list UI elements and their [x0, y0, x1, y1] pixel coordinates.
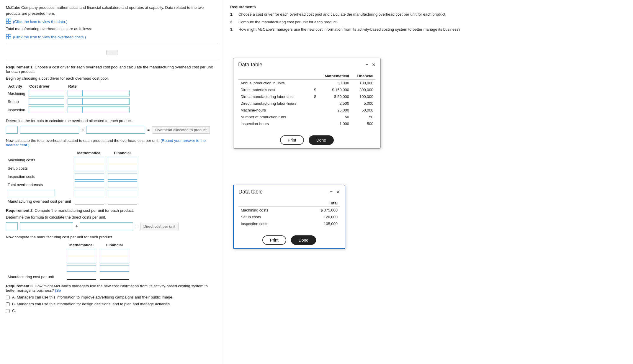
modal1-done-button[interactable]: Done — [309, 135, 334, 145]
setup-costs-fin-input[interactable] — [108, 165, 137, 171]
req1-title: Requirement 1. Choose a cost driver for … — [6, 65, 218, 74]
mfg-per-unit-label: Manufacturing cost per unit — [6, 273, 65, 281]
row-dml-math-val: 50,000 — [337, 94, 349, 99]
modal1-minimize-button[interactable]: − — [366, 62, 368, 67]
mfg-per-unit-math-input[interactable] — [67, 273, 96, 280]
activity-table: Activity Cost driver Rate Machining Set … — [6, 83, 131, 114]
req3-title: Requirement 3. How might McCabe's manage… — [6, 284, 218, 293]
setup-costs-label: Setup costs — [6, 164, 73, 172]
formula-right-input[interactable] — [86, 126, 145, 134]
mfg-row1-fin-input[interactable] — [100, 249, 129, 255]
req3-title-bold: Requirement 3. — [6, 284, 34, 288]
setup-narrow-input[interactable] — [68, 98, 82, 105]
machining-cost-driver-input[interactable] — [29, 90, 64, 96]
inspection-cost-driver-input[interactable] — [29, 106, 64, 113]
req2-formula-operator: ÷ — [76, 224, 78, 229]
grid-icon-overhead — [6, 34, 11, 40]
svg-rect-0 — [6, 19, 8, 21]
option-b-checkbox[interactable] — [6, 302, 10, 306]
inspection-narrow-input[interactable] — [68, 106, 82, 113]
data-link[interactable]: (Click the icon to view the data.) — [6, 19, 218, 25]
total-overhead-label: Total overhead costs — [6, 181, 73, 189]
modal2-done-button[interactable]: Done — [291, 235, 316, 245]
oh-empty-header — [6, 150, 73, 156]
svg-rect-1 — [9, 19, 11, 21]
expand-button[interactable]: ··· — [106, 50, 118, 55]
blank-fin-input[interactable] — [108, 190, 137, 196]
mfg-row3-fin-input[interactable] — [100, 265, 129, 272]
option-b: B. Managers can use this information for… — [6, 302, 218, 306]
option-c: C. — [6, 309, 218, 313]
modal1-body: Mathematical Financial Annual production… — [233, 70, 380, 132]
machining-rate-input[interactable] — [82, 90, 130, 96]
setup-cost-driver-input[interactable] — [29, 98, 64, 105]
modal2-controls: − ✕ — [330, 189, 340, 195]
req-item-1: 1. Choose a cost driver for each overhea… — [230, 12, 627, 17]
req-text-1: Choose a cost driver for each overhead c… — [238, 12, 446, 17]
req1-subtitle: Begin by choosing a cost driver for each… — [6, 76, 218, 81]
m2-setup-label: Setup costs — [238, 214, 308, 220]
data-link-text[interactable]: (Click the icon to view the data.) — [13, 19, 67, 24]
mfg-per-unit-fin-input[interactable] — [100, 273, 129, 280]
inspection-costs-math-input[interactable] — [75, 173, 104, 180]
m2-machining-val: 375,000 — [324, 208, 338, 212]
row-ih-label: Inspection-hours — [238, 120, 312, 127]
formula-equals: = — [148, 128, 150, 132]
modal1-footer: Print Done — [233, 132, 380, 148]
modal2-footer: Print Done — [234, 232, 345, 248]
table-row: Machine-hours 25,000 50,000 — [238, 107, 376, 114]
row-dm-math-sym: $ — [332, 88, 334, 92]
req2-formula-right-input[interactable] — [80, 222, 133, 230]
machining-narrow-input[interactable] — [68, 90, 82, 96]
modal1-print-button[interactable]: Print — [280, 135, 304, 145]
req-text-3: How might McCabe's managers use the new … — [238, 27, 460, 32]
setup-costs-math-input[interactable] — [75, 165, 104, 171]
table-row: Machining costs $ 375,000 — [238, 206, 340, 214]
blank-math-input[interactable] — [75, 190, 104, 196]
row-ih-fin: 500 — [351, 120, 376, 127]
row-npr-label: Number of production runs — [238, 114, 312, 120]
row-npr-fin: 50 — [351, 114, 376, 120]
modal2-print-button[interactable]: Print — [262, 235, 286, 245]
mfg-row2-math-input[interactable] — [67, 257, 96, 263]
req3-title-rest: How might McCabe's managers use the new … — [6, 284, 208, 293]
inspection-rate-input[interactable] — [82, 106, 130, 113]
table-row: Inspection-hours 1,000 500 — [238, 120, 376, 127]
total-overhead-math-input[interactable] — [75, 181, 104, 188]
blank-left-input[interactable] — [8, 190, 55, 196]
formula-left-input[interactable] — [6, 126, 18, 134]
intro-text: McCabe Company produces mathematical and… — [6, 5, 218, 16]
machining-costs-fin-input[interactable] — [108, 157, 137, 163]
mfg-overhead-per-unit-math-input[interactable] — [75, 198, 104, 204]
option-c-checkbox[interactable] — [6, 309, 10, 313]
row-mh-fin: 50,000 — [351, 107, 376, 114]
mfg-row1-math-input[interactable] — [67, 249, 96, 255]
expand-dots: ··· — [111, 51, 113, 54]
row-mh-label: Machine-hours — [238, 107, 312, 114]
mfg-overhead-per-unit-fin-input[interactable] — [108, 198, 137, 204]
option-a-checkbox[interactable] — [6, 296, 10, 299]
overhead-link[interactable]: (Click the icon to view the overhead cos… — [6, 34, 218, 40]
formula-result-label: Overhead allocated to product — [152, 126, 210, 134]
mfg-row3-label — [6, 264, 65, 273]
overhead-link-text[interactable]: (Click the icon to view the overhead cos… — [13, 35, 86, 39]
modal2-close-button[interactable]: ✕ — [336, 189, 340, 195]
setup-rate-input[interactable] — [82, 98, 130, 105]
mfg-row2-label — [6, 256, 65, 264]
option-a-text: A. Managers can use this information to … — [12, 295, 173, 299]
req2-formula-left-input[interactable] — [6, 222, 18, 230]
m2-machining-sym: $ 375,000 — [308, 206, 340, 214]
row-annual-math: 50,000 — [319, 79, 351, 86]
modal1-close-button[interactable]: ✕ — [372, 62, 376, 68]
mfg-row2-fin-input[interactable] — [100, 257, 129, 263]
formula-main-input[interactable] — [20, 126, 79, 134]
machining-costs-math-input[interactable] — [75, 157, 104, 163]
total-overhead-fin-input[interactable] — [108, 181, 137, 188]
mfg-row3-math-input[interactable] — [67, 265, 96, 272]
table-row: Setup costs — [6, 164, 139, 172]
inspection-costs-fin-input[interactable] — [108, 173, 137, 180]
row-dm-fin: 300,000 — [351, 86, 376, 93]
modal2-minimize-button[interactable]: − — [330, 189, 333, 194]
req2-formula-main-input[interactable] — [20, 222, 73, 230]
req-item-3: 3. How might McCabe's managers use the n… — [230, 27, 627, 32]
